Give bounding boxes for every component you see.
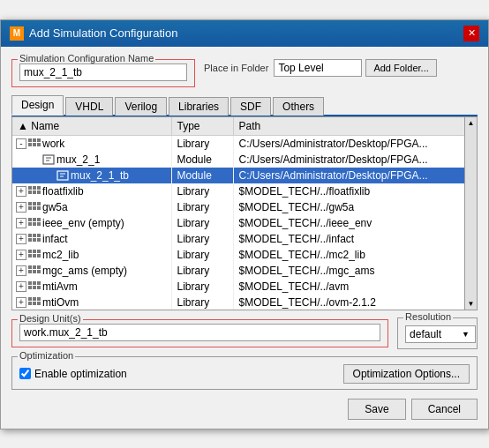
svg-rect-17 — [37, 190, 41, 194]
expand-icon[interactable]: + — [16, 218, 26, 228]
buttons-row: Save Cancel — [11, 399, 478, 420]
row-name: mgc_ams (empty) — [42, 265, 127, 277]
table-row[interactable]: + ieee_env (empty)Library$MODEL_TECH/../… — [12, 215, 464, 231]
svg-rect-22 — [33, 206, 36, 210]
folder-select-wrapper: Top Level Add Folder... — [274, 59, 436, 77]
resolution-select-wrapper: default ps ns us ms ▼ — [405, 325, 470, 343]
table-row[interactable]: + floatfixlibLibrary$MODEL_TECH/../float… — [12, 183, 464, 199]
resolution-group: Resolution default ps ns us ms ▼ — [397, 317, 478, 349]
cancel-button[interactable]: Cancel — [411, 399, 478, 420]
scroll-up-arrow[interactable]: ▲ — [468, 119, 475, 127]
config-name-input[interactable] — [19, 63, 187, 81]
library-icon — [28, 250, 41, 260]
dialog: M Add Simulation Configuration ✕ Simulat… — [0, 19, 489, 429]
table-row[interactable]: mux_2_1_tbModuleC:/Users/Administrator/D… — [12, 168, 464, 183]
library-icon — [28, 234, 41, 244]
col-type[interactable]: Type — [171, 117, 233, 136]
svg-rect-36 — [28, 250, 32, 253]
svg-rect-29 — [37, 222, 41, 226]
col-path[interactable]: Path — [233, 117, 464, 136]
close-button[interactable]: ✕ — [463, 26, 479, 41]
svg-rect-59 — [37, 302, 41, 305]
library-icon — [28, 138, 41, 149]
expand-icon[interactable]: + — [16, 234, 26, 244]
svg-rect-55 — [33, 297, 36, 301]
row-name: mtiOvm — [42, 296, 79, 309]
tab-verilog[interactable]: Verilog — [115, 97, 167, 116]
svg-rect-58 — [33, 302, 36, 305]
svg-rect-40 — [33, 254, 36, 258]
design-units-label: Design Unit(s) — [18, 313, 83, 324]
library-table: ▲ Name Type Path - workLibraryC:/Users/A… — [12, 117, 464, 310]
enable-optimization-text: Enable optimization — [34, 368, 127, 380]
svg-rect-56 — [37, 297, 41, 301]
table-row[interactable]: + gw5aLibrary$MODEL_TECH/../gw5a — [12, 199, 464, 215]
library-icon — [28, 281, 41, 292]
svg-rect-49 — [33, 281, 36, 285]
expand-icon[interactable]: - — [16, 138, 26, 149]
svg-rect-6 — [43, 155, 54, 164]
row-type: Library — [171, 183, 233, 199]
save-button[interactable]: Save — [348, 399, 405, 420]
svg-rect-57 — [28, 302, 32, 305]
dialog-body: Simulation Configuration Name Place in F… — [1, 47, 488, 429]
expand-icon[interactable]: + — [16, 250, 26, 260]
resolution-select[interactable]: default ps ns us ms — [405, 325, 476, 343]
table-row[interactable]: - workLibraryC:/Users/Administrator/Desk… — [12, 135, 464, 152]
svg-rect-38 — [37, 250, 41, 253]
module-icon — [42, 154, 55, 165]
svg-rect-19 — [33, 202, 36, 205]
svg-rect-26 — [37, 218, 41, 221]
svg-rect-41 — [37, 254, 41, 258]
expand-icon[interactable]: + — [16, 265, 26, 276]
tab-design[interactable]: Design — [11, 95, 64, 116]
svg-rect-24 — [28, 218, 32, 221]
tab-vhdl[interactable]: VHDL — [65, 97, 113, 116]
table-row[interactable]: + mgc_ams (empty)Library$MODEL_TECH/../m… — [12, 263, 464, 279]
row-type: Library — [171, 231, 233, 247]
row-type: Library — [171, 215, 233, 231]
row-path: $MODEL_TECH/../ovm-2.1.2 — [233, 295, 464, 310]
table-row[interactable]: + infactLibrary$MODEL_TECH/../infact — [12, 231, 464, 247]
row-path: $MODEL_TECH/../avm — [233, 279, 464, 295]
svg-rect-13 — [33, 186, 36, 190]
svg-rect-52 — [33, 286, 36, 289]
row-type: Library — [171, 135, 233, 152]
svg-rect-45 — [28, 270, 32, 273]
svg-rect-54 — [28, 297, 32, 301]
design-units-row: Design Unit(s) Resolution default ps ns … — [11, 317, 478, 349]
tab-libraries[interactable]: Libraries — [169, 97, 229, 116]
library-icon — [28, 186, 41, 197]
svg-rect-34 — [33, 238, 36, 242]
row-name: mc2_lib — [42, 249, 79, 261]
tab-others[interactable]: Others — [273, 97, 324, 116]
enable-optimization-checkbox[interactable] — [19, 368, 31, 379]
svg-rect-3 — [28, 143, 32, 146]
row-type: Library — [171, 247, 233, 263]
table-row[interactable]: mux_2_1ModuleC:/Users/Administrator/Desk… — [12, 152, 464, 168]
row-name: infact — [42, 233, 68, 245]
add-folder-button[interactable]: Add Folder... — [365, 59, 436, 77]
optimization-section: Optimization Enable optimization Optimiz… — [11, 356, 478, 390]
expand-icon[interactable]: + — [16, 281, 26, 292]
scroll-down-arrow[interactable]: ▼ — [468, 300, 475, 308]
svg-rect-35 — [37, 238, 41, 242]
design-units-group: Design Unit(s) — [11, 319, 388, 347]
expand-icon[interactable]: + — [16, 202, 26, 213]
library-icon — [28, 202, 41, 213]
col-name[interactable]: ▲ Name — [12, 117, 171, 136]
row-path: C:/Users/Administrator/Desktop/FPGA... — [233, 135, 464, 152]
table-row[interactable]: + mtiOvmLibrary$MODEL_TECH/../ovm-2.1.2 — [12, 295, 464, 310]
table-row[interactable]: + mtiAvmLibrary$MODEL_TECH/../avm — [12, 279, 464, 295]
table-row[interactable]: + mc2_libLibrary$MODEL_TECH/../mc2_lib — [12, 247, 464, 263]
optimization-options-button[interactable]: Optimization Options... — [343, 364, 470, 384]
row-path: $MODEL_TECH/../gw5a — [233, 199, 464, 215]
enable-optimization-label[interactable]: Enable optimization — [19, 368, 127, 380]
design-units-input[interactable] — [19, 324, 380, 341]
vertical-scrollbar[interactable]: ▲ ▼ — [465, 116, 478, 310]
row-type: Library — [171, 199, 233, 215]
folder-select[interactable]: Top Level — [274, 59, 362, 77]
tab-sdf[interactable]: SDF — [230, 97, 271, 116]
expand-icon[interactable]: + — [16, 297, 26, 308]
expand-icon[interactable]: + — [16, 186, 26, 197]
